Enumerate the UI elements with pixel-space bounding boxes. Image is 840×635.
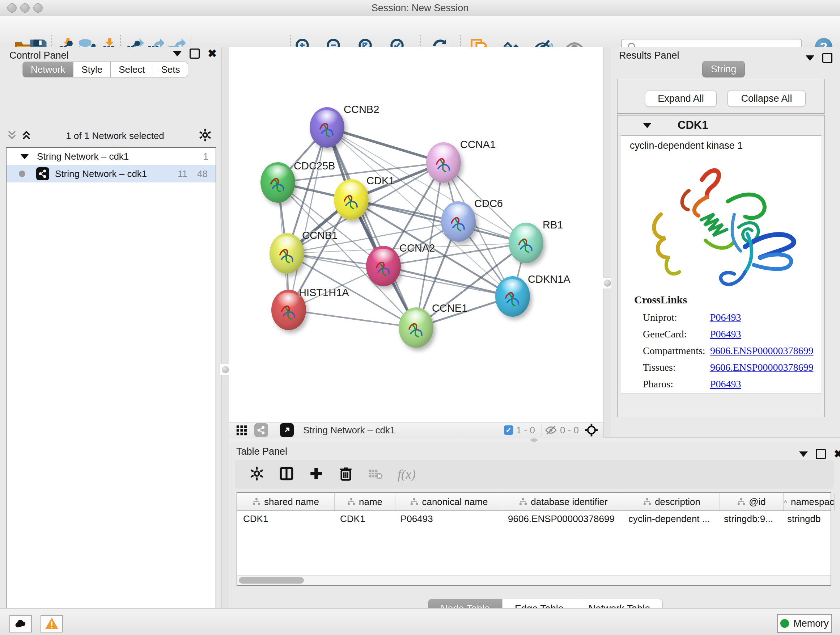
tab-sets[interactable]: Sets	[153, 62, 188, 78]
network-status-dot-icon	[19, 171, 25, 177]
node-label-CCNE1: CCNE1	[432, 302, 467, 314]
tab-select[interactable]: Select	[111, 62, 153, 78]
tab-style[interactable]: Style	[73, 62, 111, 78]
show-columns-icon[interactable]	[279, 466, 294, 483]
node-label-CDK1: CDK1	[366, 175, 394, 187]
panel-menu-icon[interactable]	[799, 451, 808, 457]
crosslink-row: Uniprot:P06493	[643, 312, 816, 328]
crosslink-link[interactable]: 9606.ENSP00000378699	[710, 345, 813, 362]
network-view-toolbar: String Network – cdk1 ✓ 1 - 0 0 - 0	[229, 422, 603, 438]
edge-HIST1H1A-CCNE1	[289, 310, 416, 328]
node-label-CCNA2: CCNA2	[399, 242, 435, 254]
panel-close-icon[interactable]: ✖	[208, 50, 217, 57]
selected-checkbox-icon[interactable]: ✓	[504, 425, 513, 435]
right-splitter[interactable]	[603, 47, 611, 437]
crosslink-label: Compartments:	[643, 345, 710, 362]
warning-button[interactable]	[41, 615, 63, 632]
column-header-namespac[interactable]: namespac	[783, 493, 835, 510]
scrollbar-thumb[interactable]	[239, 577, 304, 584]
crosslinks-title: CrossLinks	[634, 294, 687, 306]
crosslink-link[interactable]: P06493	[710, 328, 741, 345]
panel-float-icon[interactable]	[816, 449, 826, 459]
column-header-description[interactable]: description	[624, 493, 720, 510]
crosslink-link[interactable]: 9606.ENSP00000378699	[710, 362, 813, 378]
node-CDKN1A[interactable]	[495, 276, 530, 317]
node-RB1[interactable]	[508, 223, 543, 263]
panel-menu-icon[interactable]	[173, 51, 182, 57]
crosslink-label: Uniprot:	[643, 312, 710, 328]
crosslink-link[interactable]: P06493	[710, 312, 741, 328]
node-label-CCNA1: CCNA1	[460, 139, 496, 150]
column-header--id[interactable]: @id	[720, 493, 783, 510]
node-CCNE1[interactable]	[399, 307, 433, 348]
results-panel-title: Results Panel	[619, 50, 679, 61]
protein-thumbnail-icon	[316, 117, 339, 141]
network-tree-root-row[interactable]: String Network – cdk1 1	[6, 148, 216, 165]
function-builder-icon[interactable]: f(x)	[398, 467, 416, 482]
center-view-icon[interactable]	[584, 423, 598, 437]
memory-button[interactable]: Memory	[777, 614, 832, 633]
results-entry-header[interactable]: CDK1	[617, 116, 824, 135]
birdseye-view-icon[interactable]	[280, 423, 294, 437]
grid-view-icon[interactable]	[235, 424, 248, 436]
table-gear-icon[interactable]	[249, 466, 264, 483]
expand-all-button[interactable]: Expand All	[645, 90, 717, 107]
selected-counts: 1 - 0	[516, 424, 535, 436]
column-header-label: namespac	[791, 496, 834, 508]
results-panel: Results Panel ✖ String Expand All Collap…	[611, 47, 840, 437]
node-CCNA2[interactable]	[366, 246, 401, 287]
network-item-label: String Network – cdk1	[55, 168, 147, 180]
delete-table-icon[interactable]	[368, 466, 383, 483]
cloud-button[interactable]	[9, 615, 32, 632]
panel-float-icon[interactable]	[822, 53, 832, 63]
delete-column-icon[interactable]	[338, 466, 354, 483]
table-horizontal-scrollbar[interactable]	[237, 575, 831, 585]
collapse-all-button[interactable]: Collapse All	[728, 90, 806, 107]
table-header-row: shared namenamecanonical namedatabase id…	[237, 493, 831, 511]
network-tree-child-row[interactable]: String Network – cdk1 11 48	[6, 165, 216, 182]
column-header-canonical-name[interactable]: canonical name	[395, 493, 503, 510]
network-view: CCNB2 CCNA1 CDC25B CDK1 CDC6 RB1 CCNB1 C…	[229, 47, 603, 437]
node-CCNA1[interactable]	[426, 142, 461, 183]
network-canvas[interactable]: CCNB2 CCNA1 CDC25B CDK1 CDC6 RB1 CCNB1 C…	[229, 47, 603, 422]
add-column-icon[interactable]	[309, 466, 324, 483]
protein-thumbnail-icon	[266, 172, 289, 195]
protein-thumbnail-icon	[432, 152, 455, 176]
edge-count: 48	[197, 168, 208, 180]
node-CDC6[interactable]	[441, 201, 476, 242]
network-share-icon[interactable]	[254, 423, 268, 437]
status-bar: Memory	[0, 608, 840, 635]
network-selection-status: 1 of 1 Network selected	[32, 130, 198, 141]
entry-expander-icon[interactable]	[643, 123, 652, 128]
tree-expander-icon[interactable]	[20, 154, 29, 159]
collapse-all-icon[interactable]	[6, 129, 17, 143]
crosslink-link[interactable]: P06493	[710, 378, 741, 395]
panel-menu-icon[interactable]	[806, 55, 814, 61]
control-panel-controls: ✖	[173, 95, 217, 105]
node-label-RB1: RB1	[543, 219, 563, 231]
column-header-database-identifier[interactable]: database identifier	[503, 493, 624, 510]
column-header-name[interactable]: name	[335, 493, 395, 510]
tab-network[interactable]: Network	[22, 62, 73, 78]
tab-string[interactable]: String	[702, 61, 745, 78]
crosslink-row: GeneCard:P06493	[643, 328, 816, 345]
node-CDK1[interactable]	[334, 179, 369, 220]
node-CCNB2[interactable]	[309, 107, 344, 148]
splitter-handle-icon[interactable]	[531, 439, 538, 442]
node-CDC25B[interactable]	[261, 162, 295, 203]
table-row[interactable]: CDK1CDK1P064939606.ENSP00000378699cyclin…	[237, 511, 831, 527]
node-CCNB1[interactable]	[270, 233, 304, 274]
table-cell: stringdb	[782, 513, 832, 524]
column-header-shared-name[interactable]: shared name	[237, 493, 335, 510]
options-gear-icon[interactable]	[198, 128, 212, 143]
node-label-CDKN1A: CDKN1A	[528, 273, 570, 285]
left-splitter[interactable]	[221, 47, 229, 608]
expand-all-icon[interactable]	[21, 129, 32, 143]
hidden-eye-slash-icon[interactable]	[545, 424, 557, 436]
column-header-label: description	[655, 496, 700, 508]
panel-float-icon[interactable]	[189, 49, 200, 59]
main-toolbar: ?	[0, 16, 840, 48]
table-cell: CDK1	[237, 513, 334, 524]
panel-close-icon[interactable]: ✖	[834, 450, 840, 458]
node-count: 11	[178, 168, 187, 180]
